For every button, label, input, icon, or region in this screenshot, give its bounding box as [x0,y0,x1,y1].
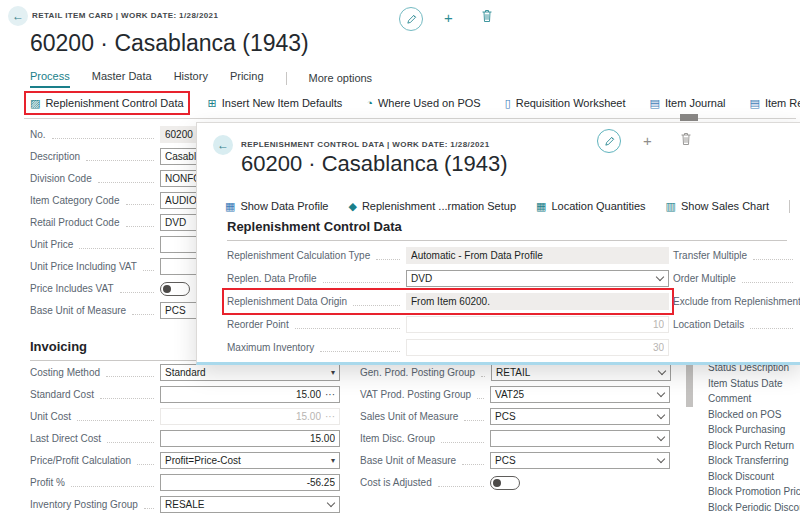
field-label: Description [30,151,80,162]
chevron-down-icon[interactable] [657,411,665,419]
dialog-add-button[interactable]: + [643,133,652,148]
back-icon: ← [12,9,24,23]
field-label: Replenishment Calculation Type [227,250,370,261]
field-input[interactable]: off ··· ▾ [490,474,670,491]
dialog-back-button[interactable]: ← [213,135,233,155]
more-options-menu[interactable]: More options [309,72,373,88]
dialog-section-heading: Replenishment Control Data [227,219,787,241]
delete-button[interactable] [481,9,493,23]
field-label: Exclude from Replenishment [673,296,800,307]
toolbar-button-label: Insert New Item Defaults [222,97,342,109]
add-button[interactable]: + [444,10,453,25]
field-input[interactable]: From Item 60200. ··· ▾ [406,293,669,310]
field-value: PCS [495,455,653,466]
dotted-leader [79,247,154,249]
status-field-label: Block Promotion Price [708,486,800,502]
field-input[interactable]: PCS ··· ▾ [490,408,670,425]
dotted-leader [750,327,793,329]
toolbar-button[interactable]: ▤ Item Reclassification Journal [749,97,800,109]
dotted-leader [441,441,484,443]
toggle-switch[interactable] [490,476,520,490]
field-row: Gen. Prod. Posting Group RETAIL ··· ▾ [360,364,670,381]
field-row: Costing Method Standard ··· ▾ [30,364,340,381]
page-caption: RETAIL ITEM CARD | WORK DATE: 1/28/2021 [32,11,218,20]
field-input[interactable]: -56.25 ··· ▾ [160,474,340,491]
select-arrow-icon[interactable]: ▾ [331,368,335,377]
status-field-label: Block Transferring [708,455,800,471]
toolbar-button-icon: ▦ [536,201,546,212]
dotted-leader [462,463,484,465]
assist-edit-icon[interactable]: ··· [325,389,335,400]
field-input[interactable]: Automatic - From Data Profile ··· ▾ [406,247,669,264]
back-icon: ← [217,138,229,152]
field-input[interactable]: ··· ▾ [490,430,670,447]
horizontal-scrollbar-thumb[interactable] [680,114,698,121]
tab[interactable]: Pricing [230,70,264,88]
toolbar-button-icon: ▤ [650,98,660,109]
field-value: 30 [411,342,664,353]
dotted-leader [120,291,154,293]
chevron-down-icon[interactable] [657,389,665,397]
tab[interactable]: History [174,70,208,88]
toolbar-button[interactable]: ▦ Location Quantities [536,200,646,212]
toolbar-button[interactable]: ▤ Item Journal [650,97,726,109]
toolbar-button[interactable]: ▯ Requisition Worksheet [505,97,626,109]
toolbar-button[interactable]: ▨ Replenishment Control Data [30,97,184,109]
field-row: Profit % -56.25 ··· ▾ [30,474,340,491]
field-value: VAT25 [495,389,653,400]
field-row: Location Details [673,316,799,333]
field-input[interactable]: 15.00 ··· ▾ [160,430,340,447]
toolbar-button-icon: ◆ [348,201,356,212]
chevron-down-icon[interactable] [657,455,665,463]
assist-edit-icon[interactable]: ··· [325,411,335,422]
select-arrow-icon[interactable]: ▾ [331,456,335,465]
status-field-label: Block Purch Return [708,440,800,456]
field-input[interactable]: RETAIL ··· ▾ [491,364,671,381]
toggle-knob [163,285,171,293]
toolbar-button[interactable]: ▦ Show Data Profile [225,200,328,212]
field-value: 15.00 [165,389,321,400]
field-row: Item Disc. Group ··· ▾ [360,430,670,447]
tab[interactable]: Process [30,70,70,88]
field-row: Cost is Adjusted off ··· ▾ [360,474,670,491]
field-input[interactable]: RESALE ··· ▾ [160,496,340,513]
status-field-label: Comment [708,393,800,409]
dialog-edit-button[interactable] [597,129,621,153]
dialog-delete-button[interactable] [680,132,692,146]
chevron-down-icon[interactable] [658,367,666,375]
field-input[interactable]: VAT25 ··· ▾ [490,386,670,403]
dotted-leader [320,350,400,352]
toolbar-button[interactable]: ⊞ Insert New Item Defaults [208,97,343,109]
field-input[interactable]: DVD ··· ▾ [406,270,669,287]
field-input[interactable]: 15.00 ··· ▾ [160,408,340,425]
field-label: Reorder Point [227,319,289,330]
field-row: Maximum Inventory 30 ··· ▾ [227,339,669,356]
toolbar-button[interactable]: ▥ Show Sales Chart [666,200,769,212]
toolbar-button-label: Item Journal [665,97,726,109]
field-input[interactable]: Standard ··· ▾ [160,364,340,381]
field-input[interactable]: 15.00 ··· ▾ [160,386,340,403]
field-input[interactable]: 10 ··· ▾ [406,316,669,333]
toolbar-button[interactable]: ◔ Where Used on POS [366,97,480,109]
chevron-down-icon[interactable] [657,433,665,441]
chevron-down-icon[interactable] [327,499,335,507]
invoicing-left-fields: Costing Method Standard ··· ▾ Standard C… [30,364,340,516]
field-value: 15.00 [165,433,335,444]
dotted-leader [107,441,154,443]
edit-button[interactable] [399,7,423,31]
back-button[interactable]: ← [8,6,28,26]
replenishment-dialog: ← REPLENISHMENT CONTROL DATA | WORK DATE… [196,122,800,365]
chevron-down-icon[interactable] [656,273,664,281]
vertical-scrollbar-thumb[interactable] [686,363,693,407]
field-value: Standard [165,367,327,378]
field-input[interactable]: 30 ··· ▾ [406,339,669,356]
field-input[interactable]: PCS ··· ▾ [490,452,670,469]
dotted-leader [137,463,154,465]
invoicing-middle-fields: Gen. Prod. Posting Group RETAIL ··· ▾ VA… [360,364,670,496]
field-input[interactable]: Profit=Price-Cost ··· ▾ [160,452,340,469]
toggle-switch[interactable] [160,282,190,296]
tab[interactable]: Master Data [92,70,152,88]
field-label: Replen. Data Profile [227,273,317,284]
field-label: Standard Cost [30,389,94,400]
toolbar-button[interactable]: ◆ Replenishment ...rmation Setup [348,200,516,212]
